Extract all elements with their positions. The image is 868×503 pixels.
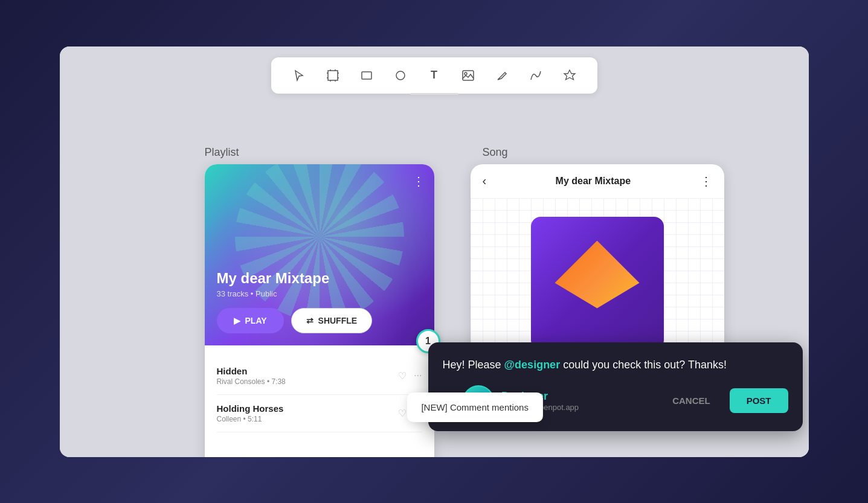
cancel-button[interactable]: CANCEL bbox=[660, 388, 722, 413]
song-more-icon[interactable]: ⋮ bbox=[700, 174, 712, 188]
svg-rect-0 bbox=[328, 71, 338, 80]
comment-mention: @designer bbox=[504, 359, 561, 371]
playlist-buttons: ▶ PLAY ⇄ SHUFFLE bbox=[217, 308, 373, 333]
toolbar-divider bbox=[410, 93, 458, 95]
comment-buttons: CANCEL POST bbox=[660, 388, 788, 413]
playlist-card: ⋮ My dear Mixtape 33 tracks • Public ▶ P… bbox=[205, 164, 434, 457]
curve-icon[interactable] bbox=[527, 67, 544, 84]
track-info-1: Holding Horses Colleen • 5:11 bbox=[217, 403, 284, 423]
playlist-more-icon[interactable]: ⋮ bbox=[413, 174, 425, 188]
shuffle-button[interactable]: ⇄ SHUFFLE bbox=[291, 308, 373, 333]
track-meta-1: Colleen • 5:11 bbox=[217, 415, 284, 423]
svg-point-10 bbox=[396, 71, 405, 80]
image-icon[interactable] bbox=[460, 67, 477, 84]
song-card: ‹ My dear Mixtape ⋮ bbox=[471, 164, 724, 370]
song-artwork-shape bbox=[555, 241, 640, 325]
playlist-meta: 33 tracks • Public bbox=[217, 289, 373, 298]
frame-icon[interactable] bbox=[324, 67, 341, 84]
circle-icon[interactable] bbox=[392, 67, 409, 84]
post-button[interactable]: POST bbox=[730, 388, 788, 413]
play-icon: ▶ bbox=[234, 316, 240, 325]
track-item: Hidden Rival Consoles • 7:38 ♡ ··· bbox=[217, 357, 422, 395]
comment-text: Hey! Please @designer could you check th… bbox=[443, 357, 788, 373]
track-meta-0: Rival Consoles • 7:38 bbox=[217, 377, 286, 386]
shuffle-icon: ⇄ bbox=[306, 316, 313, 325]
comment-text-after: could you check this out? Thanks! bbox=[560, 359, 727, 371]
track-info-0: Hidden Rival Consoles • 7:38 bbox=[217, 366, 286, 386]
playlist-tracks: Hidden Rival Consoles • 7:38 ♡ ··· Holdi… bbox=[205, 345, 434, 432]
label-song: Song bbox=[483, 146, 508, 159]
back-icon[interactable]: ‹ bbox=[483, 174, 487, 188]
play-button[interactable]: ▶ PLAY bbox=[217, 308, 284, 333]
components-icon[interactable] bbox=[561, 67, 578, 84]
pen-icon[interactable] bbox=[493, 67, 510, 84]
shuffle-label: SHUFFLE bbox=[318, 316, 358, 325]
track-like-icon-1[interactable]: ♡ bbox=[398, 408, 407, 419]
comment-text-before: Hey! Please bbox=[443, 359, 504, 371]
song-artwork bbox=[531, 217, 664, 350]
track-name-1: Holding Horses bbox=[217, 403, 284, 414]
svg-rect-9 bbox=[362, 72, 371, 79]
play-label: PLAY bbox=[245, 316, 267, 325]
tooltip-text: [NEW] Comment mentions bbox=[421, 402, 529, 412]
svg-point-12 bbox=[465, 72, 467, 75]
song-card-header: ‹ My dear Mixtape ⋮ bbox=[471, 164, 724, 199]
toolbar: T bbox=[271, 57, 597, 94]
track-name-0: Hidden bbox=[217, 366, 286, 376]
track-item-1: Holding Horses Colleen • 5:11 ♡ ··· bbox=[217, 395, 422, 432]
song-card-title: My dear Mixtape bbox=[556, 176, 631, 187]
comment-bubble-number: 1 bbox=[425, 336, 431, 347]
pointer-icon[interactable] bbox=[291, 67, 307, 84]
tooltip-banner: [NEW] Comment mentions bbox=[407, 392, 543, 422]
text-icon[interactable]: T bbox=[426, 67, 443, 84]
track-actions-0: ♡ ··· bbox=[398, 370, 422, 382]
label-playlist: Playlist bbox=[205, 146, 239, 159]
playlist-card-header: ⋮ My dear Mixtape 33 tracks • Public ▶ P… bbox=[205, 164, 434, 345]
app-window: T Playlist Song bbox=[60, 46, 809, 457]
track-more-icon-0[interactable]: ··· bbox=[414, 370, 422, 382]
playlist-title: My dear Mixtape bbox=[217, 270, 373, 287]
playlist-info: My dear Mixtape 33 tracks • Public ▶ PLA… bbox=[217, 270, 373, 333]
track-like-icon-0[interactable]: ♡ bbox=[398, 370, 407, 382]
rectangle-icon[interactable] bbox=[358, 67, 375, 84]
